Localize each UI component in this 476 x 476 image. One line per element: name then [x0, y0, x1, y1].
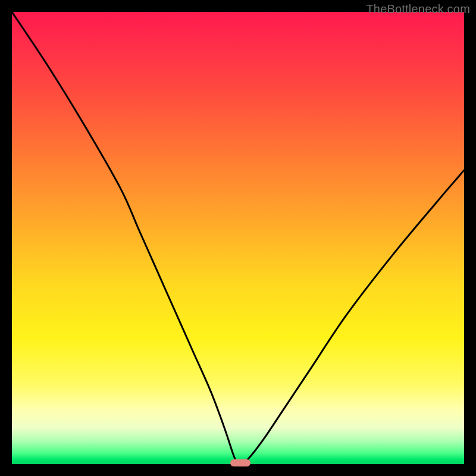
ideal-marker	[230, 459, 250, 466]
bottleneck-curve	[12, 12, 464, 464]
plot-area	[12, 12, 464, 464]
watermark-text: TheBottleneck.com	[366, 2, 470, 16]
chart-stage: TheBottleneck.com	[0, 0, 476, 476]
